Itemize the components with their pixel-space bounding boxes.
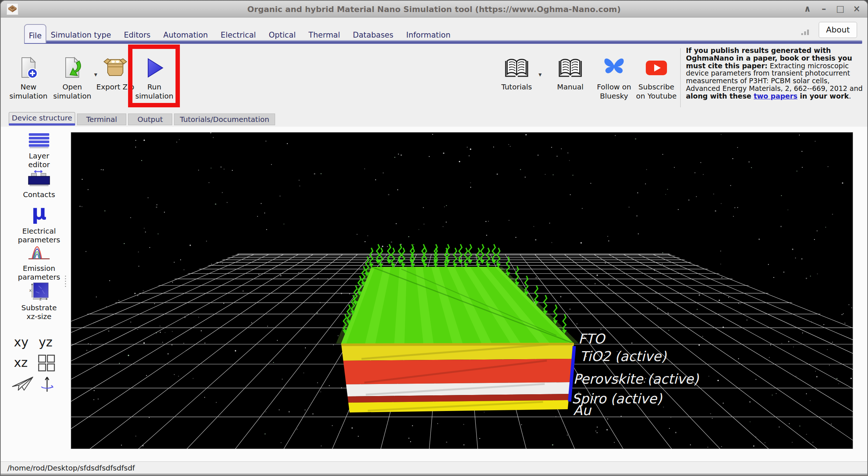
- new-document-icon: [16, 56, 40, 80]
- about-button[interactable]: About: [819, 22, 857, 38]
- play-icon: [142, 56, 166, 80]
- shade-button[interactable]: ∧: [802, 3, 813, 15]
- menu-tab-electrical[interactable]: Electrical: [221, 31, 256, 39]
- menu-tab-simulation-type[interactable]: Simulation type: [51, 31, 111, 39]
- view-xy-button[interactable]: xy: [14, 335, 28, 349]
- citation-text: If you publish results generated with Og…: [686, 47, 865, 100]
- sidebar-item-substrate-xz-size[interactable]: x z Substrate xz-size: [8, 281, 70, 321]
- label-fto: FTO: [578, 331, 606, 347]
- open-simulation-button[interactable]: Open simulation: [50, 55, 95, 101]
- resize-grip-icon: [801, 30, 809, 35]
- menu-tab-automation[interactable]: Automation: [163, 31, 208, 39]
- tab-terminal[interactable]: Terminal: [77, 114, 126, 125]
- open-document-icon: [60, 56, 84, 80]
- close-button[interactable]: ×: [851, 3, 862, 15]
- main-content: Layer editor Contacts μ: [1, 127, 867, 461]
- mu-icon: μ: [28, 203, 50, 224]
- four-pane-grid-icon[interactable]: [36, 354, 57, 373]
- menu-tab-thermal[interactable]: Thermal: [309, 31, 340, 39]
- citation-period: .: [849, 92, 851, 100]
- status-bar: /home/rod/Desktop/sfdsdfsdfsdfsdf: [1, 461, 867, 473]
- label-perovskite: Perovskite (active): [573, 371, 699, 387]
- sidebar-item-layer-editor[interactable]: Layer editor: [8, 133, 70, 169]
- tab-tutorials-documentation[interactable]: Tutorials/Documentation: [174, 114, 275, 125]
- window-bottom-edge: [1, 473, 867, 476]
- svg-text:x: x: [29, 288, 32, 293]
- citation-bold-end: in your work: [798, 92, 849, 100]
- sidebar-item-emission-parameters[interactable]: Emission parameters: [8, 242, 70, 281]
- tab-output[interactable]: Output: [128, 114, 172, 125]
- new-simulation-button[interactable]: New simulation: [6, 55, 51, 101]
- svg-text:μ: μ: [31, 203, 46, 224]
- menu-underline: [24, 40, 862, 44]
- youtube-icon: [644, 56, 668, 80]
- title-bar: Organic and hybrid Material Nano Simulat…: [1, 1, 867, 18]
- device-3d-scene: FTO TiO2 (active) Perovskite (active) Sp…: [71, 133, 853, 449]
- svg-text:z: z: [39, 297, 42, 300]
- tutorials-dropdown-arrow[interactable]: ▾: [539, 71, 542, 78]
- menu-tab-optical[interactable]: Optical: [269, 31, 296, 39]
- view-tabs: Device structure Terminal Output Tutoria…: [1, 110, 867, 127]
- sidebar-item-electrical-parameters[interactable]: μ Electrical parameters: [8, 203, 70, 244]
- current-path: /home/rod/Desktop/sfdsdfsdfsdfsdf: [7, 464, 135, 472]
- tutorials-button[interactable]: Tutorials: [494, 55, 539, 92]
- menu-bar: File Simulation type Editors Automation …: [1, 18, 867, 44]
- butterfly-icon: [602, 56, 626, 80]
- sidebar-item-contacts[interactable]: Contacts: [8, 170, 70, 199]
- run-simulation-button[interactable]: Run simulation: [132, 55, 177, 101]
- contacts-icon: [27, 170, 51, 187]
- youtube-button[interactable]: Subscribe on Youtube: [634, 55, 679, 101]
- label-tio2: TiO2 (active): [580, 349, 667, 364]
- label-au: Au: [573, 403, 592, 418]
- tab-device-structure[interactable]: Device structure: [9, 112, 75, 124]
- two-papers-link[interactable]: two papers: [754, 92, 798, 100]
- menu-tab-editors[interactable]: Editors: [124, 31, 150, 39]
- bluesky-button[interactable]: Follow on Bluesky: [591, 55, 637, 101]
- citation-bold-mid: along with these: [686, 92, 754, 100]
- sidebar-splitter-handle[interactable]: [64, 276, 67, 290]
- layers-icon: [28, 133, 50, 149]
- box-icon: [103, 56, 127, 80]
- paper-plane-icon[interactable]: [12, 376, 34, 392]
- emission-spectrum-icon: [27, 242, 51, 261]
- maximize-button[interactable]: □: [835, 3, 846, 15]
- rotate-axis-icon[interactable]: [39, 374, 55, 392]
- menu-tab-information[interactable]: Information: [406, 31, 451, 39]
- toolbar: New simulation Open simulation ▾: [1, 44, 867, 110]
- 3d-viewport[interactable]: FTO TiO2 (active) Perovskite (active) Sp…: [71, 132, 853, 449]
- book-icon: [504, 56, 530, 80]
- minimize-button[interactable]: –: [818, 3, 829, 15]
- device-stack: [336, 244, 579, 412]
- view-xz-button[interactable]: xz: [14, 355, 28, 370]
- substrate-icon: x z: [28, 281, 50, 300]
- menu-tab-file[interactable]: File: [24, 24, 46, 43]
- window-title: Organic and hybrid Material Nano Simulat…: [1, 5, 867, 14]
- menu-tab-databases[interactable]: Databases: [353, 31, 393, 39]
- toolbar-separator: [680, 48, 681, 107]
- manual-button[interactable]: Manual: [548, 55, 593, 92]
- book-icon: [557, 56, 583, 80]
- app-window: Organic and hybrid Material Nano Simulat…: [0, 0, 868, 476]
- view-yz-button[interactable]: yz: [39, 335, 53, 349]
- sidebar: Layer editor Contacts μ: [8, 127, 70, 461]
